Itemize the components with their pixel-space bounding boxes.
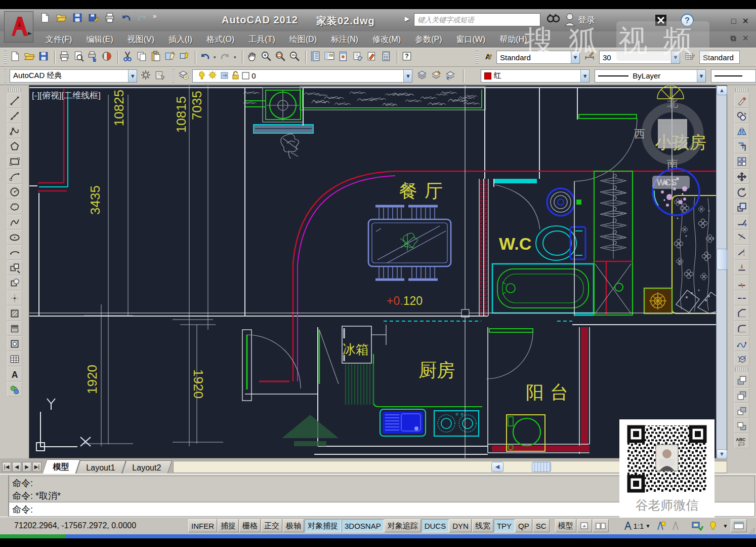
workspace-settings-icon[interactable] [140, 69, 153, 83]
polyline-icon[interactable] [7, 124, 22, 138]
menu-9[interactable]: 修改(M) [372, 33, 401, 47]
ellipse-arc-icon[interactable] [7, 245, 22, 260]
tab-Layout1[interactable]: Layout1 [76, 460, 126, 474]
help-icon[interactable]: ? [401, 51, 414, 64]
send-to-back-icon[interactable] [734, 388, 749, 403]
doc-restore-button[interactable]: ⧉ [730, 34, 736, 43]
layer-isolate-icon[interactable] [431, 69, 444, 83]
gradient-icon[interactable] [7, 321, 22, 336]
layer-combo[interactable]: 0▼ [192, 69, 412, 83]
break-point-icon[interactable] [734, 260, 749, 275]
construction-line-icon[interactable] [7, 108, 22, 123]
match-properties-icon[interactable] [164, 51, 178, 64]
application-menu-button[interactable] [4, 11, 33, 43]
rectangle-icon[interactable] [7, 154, 22, 169]
dropdown-arrow-icon[interactable]: ▾ [234, 55, 239, 60]
workspace-switching-icon[interactable] [689, 519, 706, 532]
trim-icon[interactable] [734, 230, 749, 245]
search-expand-arrow[interactable]: ▶ [405, 15, 409, 22]
scroll-left-icon[interactable]: ◀ [491, 462, 503, 472]
more-icon[interactable]: » [153, 12, 161, 25]
dropdown-arrow-icon[interactable]: ▾ [214, 55, 219, 60]
bring-above-icon[interactable] [734, 403, 749, 418]
doc-close-button[interactable]: ✕ [742, 33, 749, 43]
table-icon[interactable] [7, 351, 22, 366]
design-center-icon[interactable] [324, 51, 337, 64]
copy-object-icon[interactable] [734, 108, 749, 123]
hatch-icon[interactable] [7, 306, 22, 321]
erase-icon[interactable] [734, 93, 749, 108]
text-to-front-icon[interactable]: ABC [734, 434, 749, 448]
menu-10[interactable]: 参数(P) [415, 33, 442, 47]
first-tab-button[interactable]: |◀ [2, 462, 11, 472]
toggle-对象追踪[interactable]: 对象追踪 [385, 519, 421, 532]
explode-icon[interactable] [734, 351, 749, 366]
menu-4[interactable]: 插入(I) [169, 33, 192, 47]
spline-icon[interactable] [7, 215, 22, 229]
toggle-INFER[interactable]: INFER [188, 519, 217, 532]
prev-tab-button[interactable]: ◀ [12, 462, 21, 472]
chamfer-icon[interactable] [734, 306, 749, 321]
scale-icon[interactable] [734, 200, 749, 214]
vertical-scroll-thumb[interactable] [717, 249, 727, 270]
toggle-3DOSNAP[interactable]: 3DOSNAP [342, 519, 384, 532]
circle-icon[interactable] [7, 184, 22, 199]
insert-block-icon[interactable] [7, 260, 22, 275]
workspace-combo[interactable]: AutoCAD 经典▼ [10, 69, 137, 83]
plot-icon[interactable] [104, 12, 117, 25]
tab-模型[interactable]: 模型 [42, 459, 80, 474]
properties-icon[interactable] [310, 51, 323, 64]
annotation-scale-button[interactable]: 1:1▼ [621, 519, 653, 532]
zoom-previous-icon[interactable] [289, 51, 302, 64]
multiline-text-icon[interactable]: A [7, 367, 22, 381]
menu-7[interactable]: 绘图(D) [289, 33, 317, 47]
arc-icon[interactable] [7, 169, 22, 184]
toggle-栅格[interactable]: 栅格 [239, 519, 261, 532]
new-icon[interactable] [39, 12, 53, 25]
save-as-icon[interactable] [88, 12, 101, 25]
annotation-autoscale-icon[interactable] [669, 519, 683, 532]
block-editor-icon[interactable] [179, 51, 192, 64]
quick-calc-icon[interactable] [381, 51, 394, 64]
break-icon[interactable] [734, 276, 749, 290]
restore-button[interactable]: □ [731, 17, 736, 26]
plot-arrow-icon[interactable] [87, 51, 100, 64]
video-progress-bar[interactable] [0, 534, 756, 538]
model-space-canvas[interactable]: 餐厅 W.C 厨房 阳台 小孩房 冰箱 +0.120 10825 10815 7… [29, 85, 727, 458]
mirror-icon[interactable] [734, 124, 749, 138]
ellipse-icon[interactable] [7, 230, 22, 245]
quick-view-layouts-icon[interactable] [577, 519, 592, 532]
menu-8[interactable]: 标注(N) [331, 33, 358, 47]
model-space-button[interactable]: 模型 [555, 519, 576, 532]
layer-states-icon[interactable] [416, 69, 430, 83]
copy-icon[interactable] [136, 51, 149, 64]
menu-2[interactable]: 编辑(E) [86, 33, 113, 47]
add-selected-icon[interactable] [7, 382, 22, 397]
stretch-icon[interactable] [734, 215, 749, 229]
paste-icon[interactable] [150, 51, 163, 64]
preview-icon[interactable] [73, 51, 86, 64]
close-button[interactable]: ✕ [742, 16, 749, 26]
search-input[interactable]: 键入关键字或短语 [414, 13, 540, 26]
toggle-DUCS[interactable]: DUCS [422, 519, 449, 532]
toggle-线宽[interactable]: 线宽 [472, 519, 493, 532]
toggle-QP[interactable]: QP [515, 519, 532, 532]
polygon-icon[interactable] [7, 139, 22, 153]
tab-Layout2[interactable]: Layout2 [122, 460, 172, 474]
horizontal-scroll-thumb[interactable] [532, 462, 551, 472]
plot-icon[interactable] [59, 51, 72, 64]
menu-3[interactable]: 视图(V) [128, 33, 154, 47]
undo-icon[interactable] [120, 12, 134, 25]
move-icon[interactable] [734, 169, 749, 184]
toggle-极轴[interactable]: 极轴 [283, 519, 304, 532]
vertical-scrollbar[interactable]: ▲ ▼ [716, 86, 727, 459]
save-icon[interactable] [72, 12, 85, 25]
rotate-icon[interactable] [734, 184, 749, 199]
cut-icon[interactable] [122, 51, 135, 64]
send-under-icon[interactable] [734, 418, 749, 433]
clean-screen-icon[interactable] [731, 519, 747, 532]
status-bulb-icon[interactable] [706, 519, 720, 532]
layer-properties-icon[interactable] [178, 69, 191, 83]
lineweight-combo[interactable] [711, 69, 756, 83]
annotation-visibility-icon[interactable] [653, 519, 668, 532]
